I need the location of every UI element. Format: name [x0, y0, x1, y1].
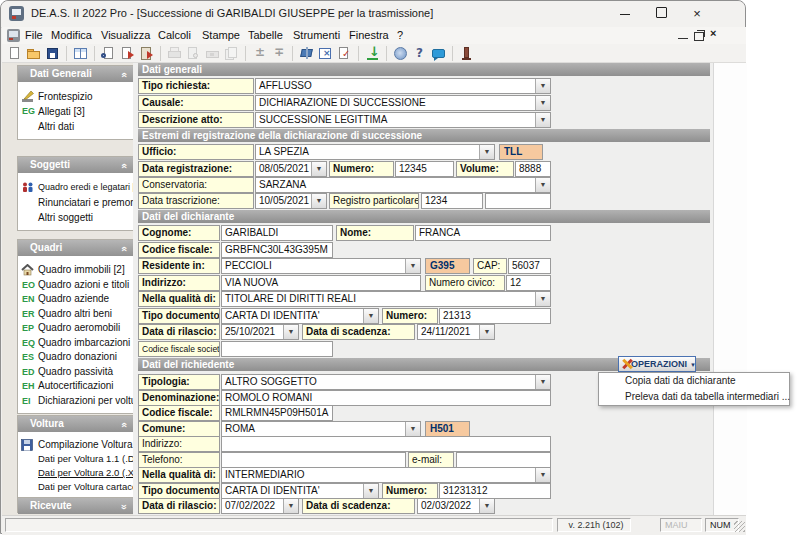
numero-documento-field[interactable]: 21313: [439, 308, 551, 324]
save-icon[interactable]: [44, 45, 61, 62]
richiedente-indirizzo-field[interactable]: [221, 436, 551, 452]
chevron-down-icon[interactable]: ▼: [283, 499, 298, 513]
causale-combo[interactable]: DICHIARAZIONE DI SUCCESSIONE▼: [255, 95, 551, 111]
sidebar-item-quadro-immobili[interactable]: Quadro immobili [2]: [18, 263, 133, 278]
print-setup-icon[interactable]: [204, 45, 221, 62]
chevron-down-icon[interactable]: ▼: [311, 194, 326, 208]
copies-icon[interactable]: [223, 45, 240, 62]
codice-fiscale-societa-field[interactable]: [221, 341, 333, 357]
chevron-up-icon[interactable]: «: [116, 163, 132, 169]
open-file-icon[interactable]: [25, 45, 42, 62]
email-field[interactable]: [456, 452, 551, 468]
nome-field[interactable]: FRANCA: [415, 225, 551, 241]
chevron-down-icon[interactable]: ▼: [535, 468, 550, 482]
telefono-field[interactable]: [221, 452, 406, 468]
sidebar-item-allegati[interactable]: EG Allegati [3]: [18, 104, 133, 119]
search-document-icon[interactable]: [100, 45, 117, 62]
sidebar-item-rinunciatari[interactable]: Rinunciatari e premorti: [18, 195, 133, 210]
registro-particolare-field[interactable]: 1234: [421, 193, 483, 209]
minimize-button[interactable]: [609, 1, 641, 26]
sidebar-item-quadro-passivita[interactable]: EDQuadro passività: [18, 365, 133, 380]
data-registrazione-picker[interactable]: 08/05/2021▼: [255, 161, 327, 177]
section-header-quadri[interactable]: Quadri «: [18, 240, 133, 256]
menu-modifica[interactable]: Modifica: [48, 29, 95, 41]
chevron-down-icon[interactable]: ▼: [283, 325, 298, 339]
mdi-minimize-icon[interactable]: [678, 29, 688, 39]
data-rilascio-picker[interactable]: 25/10/2021▼: [221, 324, 299, 340]
chevron-down-icon[interactable]: ▼: [479, 325, 494, 339]
numero-civico-field[interactable]: 12: [506, 275, 551, 291]
mdi-restore-icon[interactable]: [694, 31, 704, 44]
menu-finestra[interactable]: Finestra: [346, 29, 392, 41]
menu-tabelle[interactable]: Tabelle: [245, 29, 286, 41]
richiedente-tipo-documento-combo[interactable]: CARTA DI IDENTITA'▼: [221, 483, 379, 499]
richiedente-nella-qualita-combo[interactable]: INTERMEDIARIO▼: [221, 467, 551, 483]
print-icon[interactable]: [166, 45, 183, 62]
sidebar-item-voltura-cartacea[interactable]: Dati per Voltura cartacea: [18, 480, 133, 494]
cognome-field[interactable]: GARIBALDI: [221, 225, 333, 241]
chevron-down-icon[interactable]: ▼: [535, 96, 550, 110]
section-header-soggetti[interactable]: Soggetti «: [18, 157, 133, 173]
cap-field[interactable]: 56037: [508, 258, 551, 274]
chevron-down-icon[interactable]: ▼: [479, 145, 494, 159]
sidebar-item-quadro-aeromobili[interactable]: EPQuadro aeromobili: [18, 321, 133, 336]
mdi-close-icon[interactable]: ×: [710, 27, 716, 40]
chevron-down-icon[interactable]: «: [116, 504, 132, 510]
tools-icon[interactable]: [298, 45, 315, 62]
chevron-down-icon[interactable]: ▼: [535, 292, 550, 306]
menu-stampe[interactable]: Stampe: [199, 29, 243, 41]
richiedente-codice-fiscale-field[interactable]: RMLRMN45P09H501A: [221, 405, 333, 421]
tipo-richiesta-combo[interactable]: AFFLUSSO▼: [255, 78, 551, 94]
sidebar-item-quadro-altri-beni[interactable]: ERQuadro altri beni: [18, 307, 133, 322]
chevron-down-icon[interactable]: ▼: [535, 113, 550, 127]
chevron-down-icon[interactable]: ▼: [363, 484, 378, 498]
volume-field[interactable]: 8888: [515, 161, 551, 177]
calculator-icon[interactable]: [317, 45, 334, 62]
data-trascrizione-picker[interactable]: 10/05/2021▼: [255, 193, 327, 209]
section-header-voltura[interactable]: Voltura «: [18, 416, 133, 432]
menu-visualizza[interactable]: Visualizza: [98, 29, 153, 41]
conservatoria-combo[interactable]: SARZANA▼: [255, 177, 551, 193]
descrizione-atto-combo[interactable]: SUCCESSIONE LEGITTIMA▼: [255, 112, 551, 128]
chevron-up-icon[interactable]: «: [116, 246, 132, 252]
section-header-dati-generali[interactable]: Dati Generali «: [18, 66, 133, 82]
nella-qualita-combo[interactable]: TITOLARE DI DIRITTI REALI▼: [221, 291, 551, 307]
comune-combo[interactable]: ROMA▼: [221, 421, 421, 437]
menu-calcoli[interactable]: Calcoli: [155, 29, 194, 41]
chevron-down-icon[interactable]: ▼: [311, 162, 326, 176]
new-file-icon[interactable]: [6, 45, 23, 62]
chevron-down-icon[interactable]: ▼: [405, 422, 420, 436]
numero-registrazione-field[interactable]: 12345: [395, 161, 454, 177]
tipo-documento-combo[interactable]: CARTA DI IDENTITA'▼: [221, 308, 379, 324]
data-scadenza-picker[interactable]: 24/11/2021▼: [417, 324, 495, 340]
menu-help[interactable]: ?: [394, 29, 406, 41]
registro-extra-field[interactable]: [485, 193, 551, 209]
sidebar-item-quadro-aziende[interactable]: ENQuadro aziende: [18, 292, 133, 307]
maximize-button[interactable]: [645, 1, 677, 26]
chevron-up-icon[interactable]: «: [116, 422, 132, 428]
chevron-down-icon[interactable]: ▼: [535, 375, 550, 389]
sidebar-item-eredi[interactable]: Quadro eredi e legatari [2]: [18, 180, 133, 195]
richiedente-numero-documento-field[interactable]: 31231312: [439, 483, 551, 499]
sidebar-item-voltura-dat[interactable]: Dati per Voltura 1.1 (.DAT): [18, 452, 133, 466]
denominazione-field[interactable]: ROMOLO ROMANI: [221, 390, 551, 406]
chevron-down-icon[interactable]: ▼: [535, 79, 550, 93]
menu-file[interactable]: File: [22, 29, 46, 41]
export-document-icon[interactable]: [119, 45, 136, 62]
sidebar-item-quadro-azioni[interactable]: EOQuadro azioni e titoli: [18, 278, 133, 293]
residente-in-combo[interactable]: PECCIOLI▼: [221, 258, 421, 274]
richiedente-data-scadenza-picker[interactable]: 02/03/2022▼: [417, 498, 495, 514]
ufficio-combo[interactable]: LA SPEZIA▼: [255, 144, 495, 160]
section-header-ricevute[interactable]: Ricevute «: [18, 498, 133, 514]
menu-item-preleva-dati[interactable]: Preleva dati da tabella intermediari ...: [599, 389, 789, 405]
sidebar-item-autocertificazioni[interactable]: EHAutocertificazioni: [18, 379, 133, 394]
chevron-down-icon[interactable]: ▼: [405, 259, 420, 273]
chevron-down-icon[interactable]: ▼: [479, 499, 494, 513]
sidebar-item-frontespizio[interactable]: Frontespizio: [18, 89, 133, 104]
sort-descending-icon[interactable]: [251, 45, 268, 62]
menu-item-copia-dati[interactable]: Copia dati da dichiarante: [599, 373, 789, 389]
sidebar-item-dichiarazioni-voltura[interactable]: EIDichiarazioni per voltura: [18, 394, 133, 409]
indirizzo-field[interactable]: VIA NUOVA: [221, 275, 421, 291]
validate-document-icon[interactable]: [336, 45, 353, 62]
table-view-icon[interactable]: [72, 45, 89, 62]
